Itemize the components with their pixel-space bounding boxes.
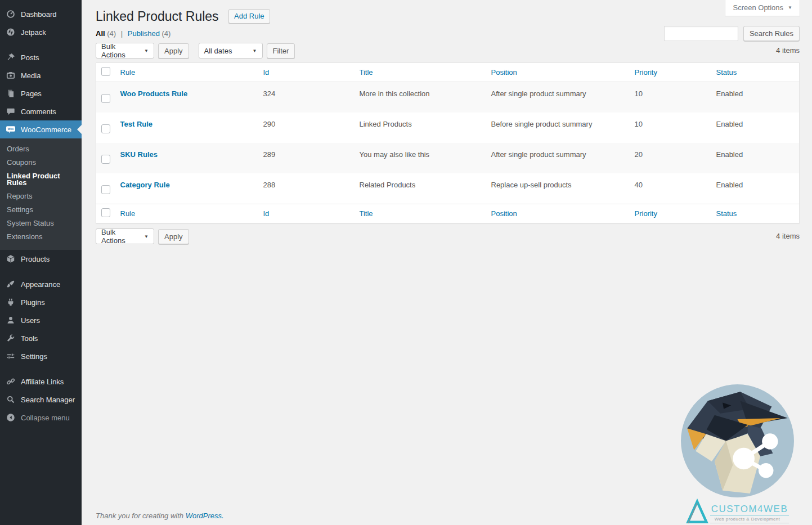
filter-all-link[interactable]: All — [96, 29, 105, 38]
search-rules-button[interactable]: Search Rules — [743, 26, 800, 41]
cube-icon — [6, 254, 16, 264]
rule-name-link[interactable]: SKU Rules — [120, 150, 158, 159]
column-header-position[interactable]: Position — [491, 68, 517, 77]
table-row: SKU Rules 289 You may also like this Aft… — [96, 143, 800, 173]
rule-id: 289 — [258, 143, 354, 173]
sidebar-item-users[interactable]: Users — [0, 311, 82, 329]
column-header-id[interactable]: Id — [263, 68, 270, 77]
sidebar-item-appearance[interactable]: Appearance — [0, 275, 82, 293]
rule-title: Related Products — [354, 173, 486, 204]
sidebar-label: Posts — [21, 53, 39, 62]
select-arrow-icon: ▼ — [144, 48, 149, 53]
rule-status: Enabled — [711, 173, 800, 204]
rule-id: 324 — [258, 82, 354, 113]
sidebar-item-jetpack[interactable]: Jetpack — [0, 23, 82, 41]
sidebar-item-dashboard[interactable]: Dashboard — [0, 5, 82, 23]
column-footer-status[interactable]: Status — [716, 209, 737, 218]
column-header-rule[interactable]: Rule — [120, 68, 136, 77]
column-header-title[interactable]: Title — [360, 68, 373, 77]
sidebar-item-settings[interactable]: Settings — [0, 347, 82, 365]
submenu-item-coupons[interactable]: Coupons — [0, 156, 82, 169]
sidebar-label: Settings — [21, 352, 47, 361]
sidebar-item-plugins[interactable]: Plugins — [0, 293, 82, 311]
triangle-logo-icon — [686, 499, 708, 525]
pushpin-icon — [6, 52, 16, 62]
sidebar-item-pages[interactable]: Pages — [0, 84, 82, 102]
table-row: Test Rule 290 Linked Products Before sin… — [96, 113, 800, 143]
collapse-menu-button[interactable]: Collapse menu — [0, 409, 82, 427]
jetpack-icon — [6, 27, 16, 37]
screen-options-label: Screen Options — [733, 3, 783, 12]
select-arrow-icon: ▼ — [253, 48, 257, 53]
sidebar-item-posts[interactable]: Posts — [0, 48, 82, 66]
screen-options-tab[interactable]: Screen Options ▼ — [725, 0, 800, 16]
filter-published-link[interactable]: Published — [128, 29, 160, 38]
sidebar-label: Tools — [21, 334, 38, 343]
rule-position: Before single product summary — [486, 113, 629, 143]
filter-published-count: (4) — [162, 29, 171, 38]
sidebar-item-products[interactable]: Products — [0, 250, 82, 268]
column-header-priority[interactable]: Priority — [635, 68, 657, 77]
comments-icon — [6, 106, 16, 116]
filter-separator: | — [121, 29, 123, 38]
search-rules-input[interactable] — [664, 26, 738, 41]
select-all-checkbox[interactable] — [101, 67, 110, 76]
submenu-item-extensions[interactable]: Extensions — [0, 230, 82, 244]
submenu-item-reports[interactable]: Reports — [0, 190, 82, 203]
sidebar-item-affiliate-links[interactable]: Affiliate Links — [0, 373, 82, 391]
sidebar-label: WooCommerce — [21, 125, 71, 134]
submenu-item-orders[interactable]: Orders — [0, 142, 82, 156]
sidebar-item-comments[interactable]: Comments — [0, 102, 82, 120]
pages-icon — [6, 88, 16, 98]
rule-name-link[interactable]: Woo Products Rule — [120, 89, 188, 98]
submenu-item-settings[interactable]: Settings — [0, 203, 82, 217]
column-footer-priority[interactable]: Priority — [635, 209, 657, 218]
apply-button-bottom[interactable]: Apply — [158, 229, 189, 244]
column-footer-rule[interactable]: Rule — [120, 209, 136, 218]
bulk-actions-select[interactable]: Bulk Actions ▼ — [96, 43, 154, 59]
row-checkbox[interactable] — [101, 124, 110, 133]
user-icon — [6, 315, 16, 325]
rule-title: You may also like this — [354, 143, 486, 173]
rule-name-link[interactable]: Category Rule — [120, 181, 170, 189]
row-checkbox[interactable] — [101, 185, 110, 194]
woocommerce-submenu: Orders Coupons Linked Product Rules Repo… — [0, 138, 82, 250]
column-footer-id[interactable]: Id — [263, 209, 270, 218]
select-all-checkbox[interactable] — [101, 208, 110, 217]
sidebar-item-tools[interactable]: Tools — [0, 329, 82, 347]
sidebar-label: Products — [21, 254, 50, 264]
bulk-actions-select-bottom[interactable]: Bulk Actions ▼ — [96, 228, 154, 244]
sidebar-item-search-manager[interactable]: Search Manager — [0, 391, 82, 409]
rules-table: Rule Id Title Position Priority Status W… — [96, 62, 800, 223]
column-header-status[interactable]: Status — [716, 68, 737, 77]
row-checkbox[interactable] — [101, 155, 110, 164]
admin-sidebar: Dashboard Jetpack Posts Media Pages Comm… — [0, 0, 82, 525]
rule-position: Replace up-sell products — [486, 173, 629, 204]
column-footer-title[interactable]: Title — [360, 209, 373, 218]
sidebar-label: Dashboard — [21, 10, 57, 19]
table-footer-row: Rule Id Title Position Priority Status — [96, 204, 800, 223]
search-icon — [6, 394, 16, 405]
filter-button[interactable]: Filter — [267, 43, 295, 59]
rule-name-link[interactable]: Test Rule — [120, 120, 153, 128]
row-checkbox[interactable] — [101, 94, 110, 103]
date-filter-select[interactable]: All dates ▼ — [199, 43, 263, 59]
wordpress-link[interactable]: WordPress. — [186, 511, 224, 520]
main-content: Screen Options ▼ Linked Product Rules Ad… — [82, 0, 812, 525]
column-footer-position[interactable]: Position — [491, 209, 517, 218]
select-arrow-icon: ▼ — [144, 234, 149, 239]
bird-share-logo — [680, 384, 795, 498]
rule-status: Enabled — [711, 143, 800, 173]
rule-status: Enabled — [711, 82, 800, 113]
sidebar-item-media[interactable]: Media — [0, 66, 82, 84]
woocommerce-icon: Woo — [6, 124, 16, 134]
submenu-item-system-status[interactable]: System Status — [0, 217, 82, 230]
apply-button[interactable]: Apply — [158, 43, 189, 59]
rule-id: 288 — [258, 173, 354, 204]
sidebar-item-woocommerce[interactable]: Woo WooCommerce — [0, 120, 82, 138]
rule-status: Enabled — [711, 113, 800, 143]
rule-title: More in this collection — [354, 82, 486, 113]
add-rule-button[interactable]: Add Rule — [228, 9, 270, 24]
submenu-item-linked-product-rules[interactable]: Linked Product Rules — [0, 169, 82, 190]
sidebar-label: Comments — [21, 107, 56, 116]
